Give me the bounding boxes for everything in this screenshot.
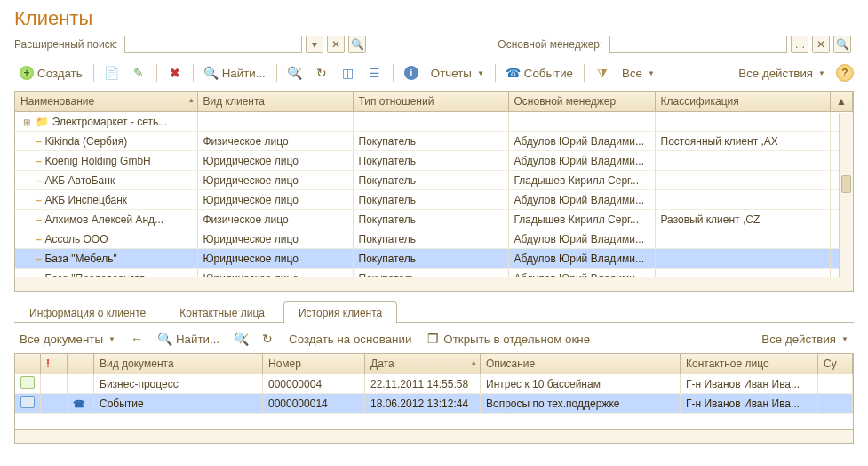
- cell-manager: Гладышев Кирилл Серг...: [508, 171, 655, 190]
- cell-classification: Разовый клиент ,CZ: [655, 210, 831, 229]
- extended-search-dropdown-icon[interactable]: ▾: [306, 36, 323, 53]
- table-row[interactable]: ☎Событие000000001418.06.2012 13:12:44Воп…: [15, 394, 853, 414]
- item-dash-icon: –: [36, 233, 42, 245]
- item-dash-icon: –: [36, 174, 42, 187]
- manager-select-icon[interactable]: …: [791, 36, 808, 53]
- window-icon: ❐: [426, 332, 440, 346]
- chevron-down-icon: ▼: [108, 335, 115, 343]
- open-window-label: Открыть в отдельном окне: [443, 333, 590, 346]
- tab-contacts[interactable]: Контактные лица: [164, 301, 280, 323]
- col-classification[interactable]: Классификация: [655, 92, 831, 112]
- item-dash-icon: –: [36, 135, 42, 148]
- row-name: Электромаркет - сеть...: [52, 116, 168, 128]
- item-dash-icon: –: [36, 194, 42, 206]
- chevron-down-icon: ▼: [818, 69, 825, 77]
- info-button[interactable]: i: [399, 62, 424, 84]
- cell-type: Физическое лицо: [197, 210, 353, 229]
- history-toolbar: Все документы ▼ ↔ 🔍 Найти... 🔍̸ ↻ Создат…: [14, 323, 854, 353]
- table-row[interactable]: ⊞ 📁 Электромаркет - сеть...: [15, 112, 853, 132]
- refresh-button[interactable]: ↻: [309, 62, 334, 84]
- table-row[interactable]: – Koenig Holding GmbHЮридическое лицоПок…: [15, 151, 853, 171]
- manager-input[interactable]: [609, 36, 787, 53]
- col-relation[interactable]: Тип отношений: [353, 92, 508, 112]
- item-dash-icon: –: [36, 253, 42, 265]
- cell-manager: [508, 112, 655, 132]
- table-row[interactable]: – Алхимов Алексей Анд...Физическое лицоП…: [15, 210, 853, 229]
- table-row[interactable]: Бизнес-процесс00000000422.11.2011 14:55:…: [15, 374, 853, 394]
- sort-asc-icon: ▴: [472, 358, 476, 366]
- edit-button[interactable]: ✎: [126, 62, 151, 84]
- all-button[interactable]: Все ▼: [617, 62, 660, 84]
- history-horizontal-scrollbar[interactable]: [14, 430, 854, 444]
- table-row[interactable]: – Ассоль ОООЮридическое лицоПокупательАб…: [15, 229, 853, 249]
- table-row[interactable]: – База "Продовольств...Юридическое лицоП…: [15, 269, 853, 278]
- manager-clear-icon[interactable]: ✕: [812, 36, 830, 53]
- all-docs-button[interactable]: Все документы ▼: [14, 328, 121, 350]
- clients-grid[interactable]: Наименование ▴ Вид клиента Тип отношений…: [14, 91, 854, 277]
- grid-vertical-scrollbar[interactable]: [839, 113, 853, 277]
- cell-contact: Г-н Иванов Иван Ива...: [681, 374, 818, 394]
- cell-relation: Покупатель: [353, 190, 508, 210]
- tab-client-info[interactable]: Информация о клиенте: [14, 301, 161, 323]
- table-row[interactable]: – АКБ ИнспецбанкЮридическое лицоПокупате…: [15, 190, 853, 210]
- col-last[interactable]: Су: [818, 354, 853, 374]
- tree-mode-button[interactable]: ☰: [362, 62, 387, 84]
- event-button[interactable]: ☎ Событие: [501, 62, 578, 84]
- col-desc[interactable]: Описание: [481, 354, 681, 374]
- delete-button[interactable]: ✖: [163, 62, 187, 84]
- col-priority[interactable]: !: [41, 354, 68, 374]
- history-all-actions-button[interactable]: Все действия ▼: [756, 328, 854, 350]
- reports-button[interactable]: Отчеты ▼: [426, 62, 490, 84]
- col-icon[interactable]: [68, 354, 94, 374]
- list-mode-button[interactable]: ◫: [336, 62, 361, 84]
- expand-plus-icon[interactable]: ⊞: [20, 117, 33, 127]
- col-number[interactable]: Номер: [263, 354, 365, 374]
- col-type[interactable]: Вид клиента: [197, 92, 353, 112]
- table-row[interactable]: – АКБ АвтоБанкЮридическое лицоПокупатель…: [15, 171, 853, 190]
- tab-history[interactable]: История клиента: [283, 301, 397, 323]
- refresh-icon: ↻: [315, 66, 329, 80]
- open-window-button[interactable]: ❐ Открыть в отдельном окне: [420, 328, 595, 350]
- history-find-button[interactable]: 🔍 Найти...: [153, 328, 225, 350]
- cell-type: Юридическое лицо: [197, 269, 353, 278]
- history-grid[interactable]: ! Вид документа Номер Дата ▴ Описание Ко…: [14, 353, 854, 430]
- cancel-search-button[interactable]: 🔍̸: [283, 62, 307, 84]
- history-cancel-search-button[interactable]: 🔍̸: [228, 328, 253, 350]
- cell-relation: Покупатель: [353, 229, 508, 249]
- cell-type: Юридическое лицо: [197, 229, 353, 249]
- row-name: Koenig Holding GmbH: [44, 155, 150, 167]
- all-actions-button[interactable]: Все действия ▼: [733, 62, 831, 84]
- col-date-label: Дата: [370, 358, 394, 370]
- filter-button[interactable]: ⧩: [590, 62, 615, 84]
- col-docstate[interactable]: [15, 354, 41, 374]
- extended-search-clear-icon[interactable]: ✕: [327, 36, 345, 53]
- refresh-icon: ↻: [260, 332, 275, 346]
- table-row[interactable]: – Kikinda (Сербия)Физическое лицоПокупат…: [15, 132, 853, 151]
- extended-search-go-icon[interactable]: 🔍: [348, 36, 366, 53]
- help-button[interactable]: ?: [836, 64, 854, 82]
- col-date[interactable]: Дата ▴: [365, 354, 481, 374]
- history-refresh-button[interactable]: ↻: [255, 328, 280, 350]
- cell-classification: [655, 151, 831, 171]
- find-label: Найти...: [222, 67, 266, 80]
- row-name: Алхимов Алексей Анд...: [44, 213, 163, 226]
- col-name-label: Наименование: [20, 95, 94, 108]
- create-on-label: Создать на основании: [289, 333, 411, 346]
- manager-search-icon[interactable]: 🔍: [833, 36, 851, 53]
- col-contact[interactable]: Контактное лицо: [681, 354, 818, 374]
- history-find-label: Найти...: [176, 333, 219, 346]
- col-name[interactable]: Наименование ▴: [15, 92, 197, 112]
- create-on-basis-button[interactable]: Создать на основании: [283, 328, 417, 350]
- find-button[interactable]: 🔍 Найти...: [199, 62, 271, 84]
- col-doctype[interactable]: Вид документа: [94, 354, 263, 374]
- create-button[interactable]: + Создать: [14, 62, 88, 84]
- copy-button[interactable]: 📄: [100, 62, 124, 84]
- col-manager[interactable]: Основной менеджер: [508, 92, 655, 112]
- extended-search-input[interactable]: [124, 36, 302, 53]
- cell-classification: [655, 249, 831, 269]
- table-row[interactable]: – База "Мебель"Юридическое лицоПокупател…: [15, 249, 853, 269]
- cell-contact: Г-н Иванов Иван Ива...: [681, 394, 818, 414]
- expand-button[interactable]: ↔: [124, 328, 149, 350]
- grid-horizontal-scrollbar[interactable]: [14, 277, 854, 292]
- cell-doctype: Бизнес-процесс: [94, 374, 263, 394]
